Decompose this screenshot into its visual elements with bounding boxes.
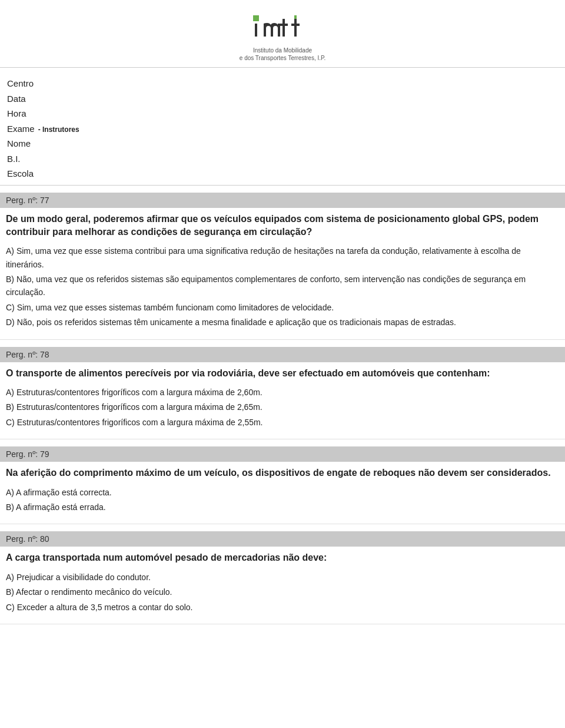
logo-subtitle-line1: Instituto da Mobilidade xyxy=(253,47,312,54)
data-line: Data xyxy=(7,91,558,107)
question-block-3: Perg. nº: 79Na aferição do comprimento m… xyxy=(0,439,565,524)
answer-2-2: B) Estruturas/contentores frigoríficos c… xyxy=(6,401,559,413)
question-block-4: Perg. nº: 80A carga transportada num aut… xyxy=(0,524,565,624)
svg-rect-4 xyxy=(294,19,297,37)
answer-4-2: B) Afectar o rendimento mecânico do veíc… xyxy=(6,585,559,598)
svg-rect-5 xyxy=(291,24,300,26)
exame-label: Exame xyxy=(7,121,35,137)
svg-rect-6 xyxy=(294,15,297,19)
answer-1-1: A) Sim, uma vez que esse sistema contrib… xyxy=(6,244,559,271)
bi-label: B.I. xyxy=(7,154,21,164)
question-body-1: De um modo geral, poderemos afirmar que … xyxy=(0,213,565,329)
question-header-3: Perg. nº: 79 xyxy=(0,446,565,462)
svg-rect-0 xyxy=(253,15,259,21)
imtt-logo xyxy=(241,11,324,46)
question-title-1: De um modo geral, poderemos afirmar que … xyxy=(6,213,559,239)
question-header-2: Perg. nº: 78 xyxy=(0,347,565,362)
question-title-3: Na aferição do comprimento máximo de um … xyxy=(6,466,559,479)
data-label: Data xyxy=(7,94,26,104)
question-title-4: A carga transportada num automóvel pesad… xyxy=(6,551,559,564)
logo-subtitle-line2: e dos Transportes Terrestres, I.P. xyxy=(240,55,325,61)
bi-line: B.I. xyxy=(7,151,558,167)
logo-container: Instituto da Mobilidade e dos Transporte… xyxy=(0,11,565,61)
question-body-4: A carga transportada num automóvel pesad… xyxy=(0,551,565,614)
exame-line: Exame - Instrutores xyxy=(7,121,558,137)
questions-container: Perg. nº: 77De um modo geral, poderemos … xyxy=(0,186,565,624)
answer-4-3: C) Exceder a altura de 3,5 metros a cont… xyxy=(6,601,559,614)
question-block-1: Perg. nº: 77De um modo geral, poderemos … xyxy=(0,186,565,340)
exame-sub: - Instrutores xyxy=(38,124,79,135)
centro-label: Centro xyxy=(7,78,34,88)
exam-info-section: Centro Data Hora Exame - Instrutores Nom… xyxy=(0,68,565,186)
question-header-1: Perg. nº: 77 xyxy=(0,193,565,208)
question-title-2: O transporte de alimentos perecíveis por… xyxy=(6,367,559,380)
answer-3-1: A) A afirmação está correcta. xyxy=(6,486,559,499)
escola-label: Escola xyxy=(7,168,34,178)
svg-rect-2 xyxy=(282,19,285,37)
question-body-2: O transporte de alimentos perecíveis por… xyxy=(0,367,565,429)
answer-2-3: C) Estruturas/contentores frigoríficos c… xyxy=(6,416,559,429)
answer-3-2: B) A afirmação está errada. xyxy=(6,501,559,514)
centro-line: Centro xyxy=(7,76,558,91)
question-body-3: Na aferição do comprimento máximo de um … xyxy=(0,466,565,514)
answer-1-4: D) Não, pois os referidos sistemas têm u… xyxy=(6,316,559,329)
hora-label: Hora xyxy=(7,108,26,118)
nome-line: Nome xyxy=(7,136,558,151)
page-header: Instituto da Mobilidade e dos Transporte… xyxy=(0,0,565,68)
answer-1-3: C) Sim, uma vez que esses sistemas també… xyxy=(6,301,559,314)
answer-1-2: B) Não, uma vez que os referidos sistema… xyxy=(6,273,559,299)
svg-rect-3 xyxy=(280,24,288,26)
nome-label: Nome xyxy=(7,138,31,148)
question-block-2: Perg. nº: 78O transporte de alimentos pe… xyxy=(0,340,565,440)
escola-line: Escola xyxy=(7,166,558,181)
answer-4-1: A) Prejudicar a visibilidade do condutor… xyxy=(6,571,559,584)
hora-line: Hora xyxy=(7,106,558,121)
svg-rect-1 xyxy=(255,24,257,37)
question-header-4: Perg. nº: 80 xyxy=(0,531,565,547)
answer-2-1: A) Estruturas/contentores frigoríficos c… xyxy=(6,386,559,399)
